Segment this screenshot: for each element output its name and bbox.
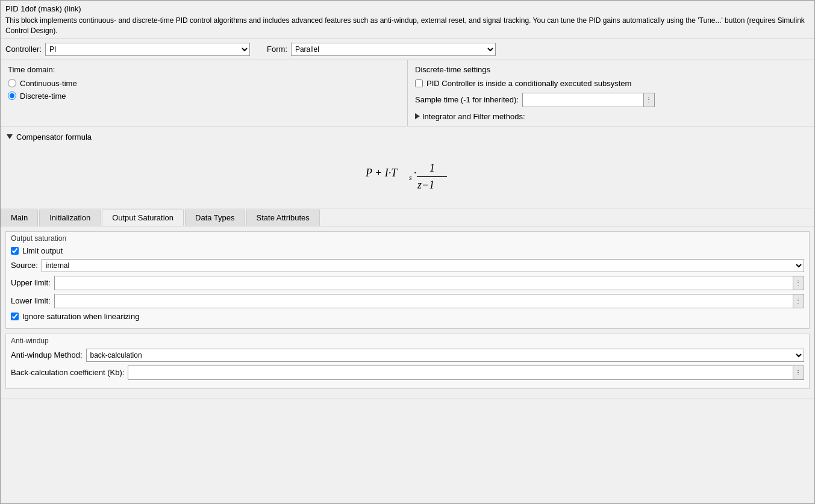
source-label: Source: <box>11 261 38 270</box>
anti-windup-method-label: Anti-windup Method: <box>11 350 83 359</box>
block-title: PID 1dof (mask) (link) <box>5 4 810 13</box>
kb-coefficient-row: Back-calculation coefficient (Kb): 1 ⋮ <box>11 366 804 380</box>
continuous-time-label: Continuous-time <box>20 79 77 88</box>
discrete-settings-title: Discrete-time settings <box>415 65 807 74</box>
tab-main[interactable]: Main <box>1 210 38 226</box>
anti-windup-section: Anti-windup Anti-windup Method: back-cal… <box>5 334 810 389</box>
continuous-time-row: Continuous-time <box>8 79 400 88</box>
sample-time-input[interactable]: -1 <box>523 93 643 107</box>
formula-svg: P + I·T s 1 z−1 · <box>360 154 456 196</box>
tab-content-output-saturation: Output saturation Limit output Source: i… <box>1 226 814 399</box>
block-description: This block implements continuous- and di… <box>5 16 810 36</box>
formula-section: Compensator formula P + I·T s 1 z−1 · <box>1 126 814 208</box>
kb-coefficient-input-wrap: 1 ⋮ <box>128 366 804 380</box>
discrete-time-row: Discrete-time <box>8 92 400 101</box>
anti-windup-title: Anti-windup <box>11 337 804 345</box>
sample-time-label: Sample time (-1 for inherited): <box>415 95 519 104</box>
continuous-time-radio[interactable] <box>8 79 16 87</box>
upper-limit-input[interactable]: 0.9 <box>55 276 793 290</box>
source-select[interactable]: internal external <box>42 259 804 272</box>
lower-limit-input[interactable]: 0.1 <box>55 294 793 308</box>
upper-limit-input-wrap: 0.9 ⋮ <box>54 276 804 290</box>
formula-display: P + I·T s 1 z−1 · <box>7 148 808 202</box>
tab-state-attributes[interactable]: State Attributes <box>246 210 320 226</box>
upper-limit-label: Upper limit: <box>11 278 51 287</box>
svg-text:1: 1 <box>429 162 435 174</box>
controller-select[interactable]: PI PID P PD I <box>45 43 250 56</box>
time-domain-panel: Time domain: Continuous-time Discrete-ti… <box>1 60 408 126</box>
lower-limit-dots-btn[interactable]: ⋮ <box>793 294 804 308</box>
sample-time-dots-btn[interactable]: ⋮ <box>643 93 654 107</box>
output-saturation-title: Output saturation <box>11 234 804 243</box>
source-row: Source: internal external <box>11 259 804 272</box>
top-controls-row: Controller: PI PID P PD I Form: Parallel… <box>1 39 814 60</box>
lower-limit-input-wrap: 0.1 ⋮ <box>54 294 804 308</box>
form-field: Form: Parallel Ideal <box>267 43 496 56</box>
compensator-expand-icon <box>7 134 13 139</box>
svg-text:P + I·T: P + I·T <box>365 167 398 179</box>
discrete-settings-panel: Discrete-time settings PID Controller is… <box>408 60 814 126</box>
tabs-bar: Main Initialization Output Saturation Da… <box>1 208 814 226</box>
sample-time-row: Sample time (-1 for inherited): -1 ⋮ <box>415 93 807 107</box>
controller-label: Controller: <box>5 45 42 54</box>
tab-data-types[interactable]: Data Types <box>185 210 245 226</box>
tabs-section: Main Initialization Output Saturation Da… <box>1 208 814 399</box>
integrator-filter-label: Integrator and Filter methods: <box>422 112 525 121</box>
time-domain-label: Time domain: <box>8 65 400 74</box>
svg-text:s: s <box>409 173 412 182</box>
anti-windup-method-row: Anti-windup Method: back-calculation cla… <box>11 349 804 362</box>
ignore-saturation-label: Ignore saturation when linearizing <box>22 312 139 321</box>
tab-initialization[interactable]: Initialization <box>39 210 101 226</box>
upper-limit-dots-btn[interactable]: ⋮ <box>793 276 804 290</box>
compensator-label: Compensator formula <box>16 132 92 142</box>
integrator-expand-icon <box>415 113 420 119</box>
kb-coefficient-dots-btn[interactable]: ⋮ <box>793 366 804 379</box>
svg-text:·: · <box>414 167 417 179</box>
tab-output-saturation[interactable]: Output Saturation <box>102 210 184 226</box>
form-select[interactable]: Parallel Ideal <box>291 43 496 56</box>
limit-output-label: Limit output <box>22 246 63 255</box>
limit-output-row: Limit output <box>11 246 804 255</box>
discrete-time-label: Discrete-time <box>20 92 66 101</box>
limit-output-checkbox[interactable] <box>11 247 19 255</box>
lower-limit-row: Lower limit: 0.1 ⋮ <box>11 294 804 308</box>
middle-section: Time domain: Continuous-time Discrete-ti… <box>1 60 814 126</box>
svg-text:z−1: z−1 <box>417 179 434 191</box>
anti-windup-method-select[interactable]: back-calculation clamping none <box>86 349 804 362</box>
output-saturation-section: Output saturation Limit output Source: i… <box>5 231 810 329</box>
title-text: PID 1dof (mask) (link) <box>5 4 81 13</box>
main-window: PID 1dof (mask) (link) This block implem… <box>0 0 815 504</box>
compensator-row: Compensator formula <box>7 132 808 142</box>
ignore-saturation-checkbox[interactable] <box>11 313 19 320</box>
kb-coefficient-input[interactable]: 1 <box>128 366 793 379</box>
conditionally-executed-label: PID Controller is inside a conditionally… <box>426 79 631 88</box>
upper-limit-row: Upper limit: 0.9 ⋮ <box>11 276 804 290</box>
integrator-filter-row[interactable]: Integrator and Filter methods: <box>415 112 807 121</box>
conditionally-executed-checkbox[interactable] <box>415 79 423 87</box>
controller-field: Controller: PI PID P PD I <box>5 43 250 56</box>
ignore-saturation-row: Ignore saturation when linearizing <box>11 312 804 321</box>
conditionally-executed-row: PID Controller is inside a conditionally… <box>415 79 807 88</box>
form-label: Form: <box>267 45 287 54</box>
sample-time-input-wrap: -1 ⋮ <box>522 93 655 107</box>
header-section: PID 1dof (mask) (link) This block implem… <box>1 1 814 39</box>
discrete-time-radio[interactable] <box>8 92 16 100</box>
lower-limit-label: Lower limit: <box>11 296 51 305</box>
kb-coefficient-label: Back-calculation coefficient (Kb): <box>11 368 124 377</box>
